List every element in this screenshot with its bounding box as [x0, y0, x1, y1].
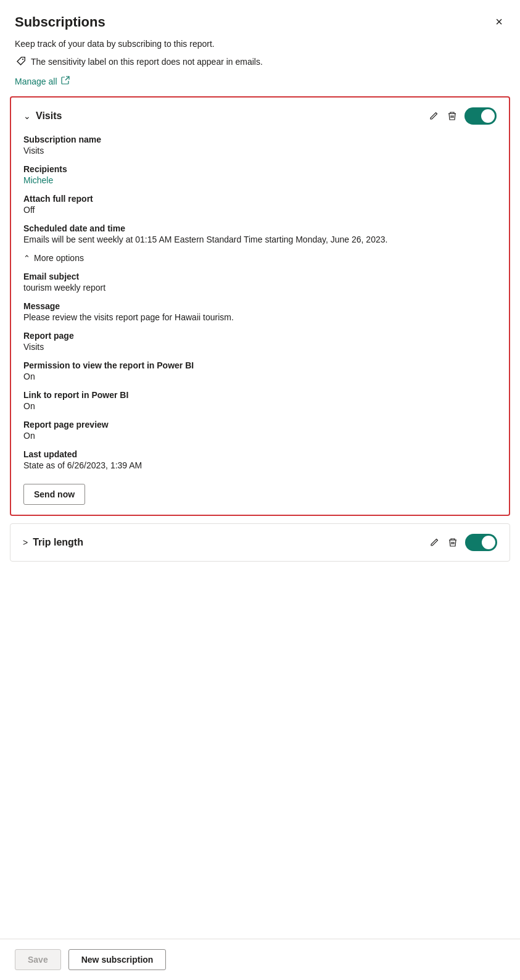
delete-button[interactable]	[446, 110, 458, 122]
panel-title: Subscriptions	[15, 14, 105, 30]
manage-all-row: Manage all	[0, 73, 520, 96]
link-report-field: Link to report in Power BI On	[23, 390, 497, 411]
trip-length-edit-button[interactable]	[428, 536, 440, 549]
report-preview-label: Report page preview	[23, 420, 497, 430]
sensitivity-notice: The sensitivity label on this report doe…	[0, 54, 520, 73]
trip-length-card-title: Trip length	[33, 537, 83, 548]
external-link-icon	[61, 76, 70, 86]
collapsed-card-header-left: > Trip length	[23, 537, 83, 548]
email-subject-field: Email subject tourism weekly report	[23, 272, 497, 293]
enabled-toggle[interactable]	[464, 107, 497, 125]
save-button: Save	[15, 949, 61, 970]
recipients-value[interactable]: Michele	[23, 175, 53, 185]
new-subscription-button[interactable]: New subscription	[68, 949, 167, 970]
trip-length-enabled-toggle[interactable]	[465, 534, 497, 551]
recipients-label: Recipients	[23, 164, 497, 174]
expand-chevron-icon[interactable]: >	[23, 538, 28, 547]
report-page-label: Report page	[23, 331, 497, 341]
visits-subscription-card: ⌄ Visits	[10, 96, 510, 516]
message-label: Message	[23, 301, 497, 311]
permission-view-field: Permission to view the report in Power B…	[23, 360, 497, 381]
recipients-field: Recipients Michele	[23, 164, 497, 185]
collapsed-header-row: > Trip length	[10, 524, 510, 561]
card-header-actions	[427, 107, 497, 125]
email-subject-value: tourism weekly report	[23, 283, 497, 293]
permission-view-label: Permission to view the report in Power B…	[23, 360, 497, 370]
more-options-label: More options	[34, 253, 84, 263]
scheduled-datetime-value: Emails will be sent weekly at 01:15 AM E…	[23, 235, 497, 244]
last-updated-field: Last updated State as of 6/26/2023, 1:39…	[23, 449, 497, 470]
link-report-value: On	[23, 401, 497, 411]
panel-header: Subscriptions ×	[0, 0, 520, 36]
card-title: Visits	[36, 110, 62, 122]
collapse-chevron-icon[interactable]: ⌄	[23, 111, 31, 121]
panel-subtitle: Keep track of your data by subscribing t…	[0, 36, 520, 54]
more-options-row[interactable]: ⌃ More options	[23, 253, 497, 263]
message-value: Please review the visits report page for…	[23, 312, 497, 322]
manage-all-link[interactable]: Manage all	[15, 77, 57, 86]
attach-report-value: Off	[23, 205, 497, 215]
trip-length-subscription-card: > Trip length	[10, 523, 510, 562]
scheduled-datetime-field: Scheduled date and time Emails will be s…	[23, 223, 497, 244]
message-field: Message Please review the visits report …	[23, 301, 497, 322]
report-preview-field: Report page preview On	[23, 420, 497, 441]
close-button[interactable]: ×	[493, 12, 505, 31]
scheduled-datetime-label: Scheduled date and time	[23, 223, 497, 233]
tag-icon	[15, 56, 26, 67]
link-report-label: Link to report in Power BI	[23, 390, 497, 400]
email-subject-label: Email subject	[23, 272, 497, 281]
subscription-name-value: Visits	[23, 146, 497, 156]
attach-report-label: Attach full report	[23, 194, 497, 204]
last-updated-value: State as of 6/26/2023, 1:39 AM	[23, 460, 497, 470]
trip-length-card-actions	[428, 534, 497, 551]
permission-view-value: On	[23, 372, 497, 381]
trip-length-delete-button[interactable]	[447, 536, 459, 549]
report-page-field: Report page Visits	[23, 331, 497, 352]
card-header-left: ⌄ Visits	[23, 110, 62, 122]
subscription-name-label: Subscription name	[23, 135, 497, 144]
subscriptions-panel: Subscriptions × Keep track of your data …	[0, 0, 520, 980]
edit-button[interactable]	[427, 110, 440, 122]
send-now-button[interactable]: Send now	[23, 484, 85, 505]
report-page-value: Visits	[23, 342, 497, 352]
svg-point-0	[22, 59, 23, 60]
card-header-row: ⌄ Visits	[23, 107, 497, 125]
subscription-name-field: Subscription name Visits	[23, 135, 497, 156]
attach-report-field: Attach full report Off	[23, 194, 497, 215]
panel-footer: Save New subscription	[0, 939, 520, 980]
sensitivity-text: The sensitivity label on this report doe…	[31, 57, 263, 67]
more-options-chevron-icon: ⌃	[23, 254, 30, 263]
report-preview-value: On	[23, 431, 497, 441]
last-updated-label: Last updated	[23, 449, 497, 459]
